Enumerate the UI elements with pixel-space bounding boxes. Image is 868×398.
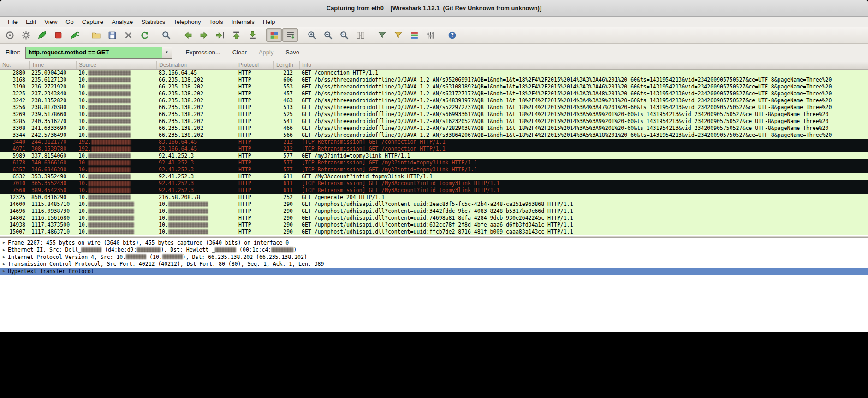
redacted-text <box>88 202 134 207</box>
filter-dropdown-button[interactable]: ▼ <box>162 47 172 58</box>
filter-apply-button[interactable]: Apply <box>256 47 277 58</box>
colorize-packet-list-button[interactable] <box>266 28 282 42</box>
cell-no: 4971 <box>0 146 30 152</box>
go-to-packet-icon <box>215 30 225 40</box>
redacted-text <box>88 181 131 186</box>
help-button[interactable]: ? <box>444 28 460 42</box>
column-header-no[interactable]: No. <box>0 61 30 69</box>
packet-row[interactable]: 146961116.093873010.10.HTTP290GET /upnph… <box>0 208 868 215</box>
stop-capture-button[interactable] <box>50 28 66 42</box>
filter-buttons: Expression...ClearApplySave <box>183 47 302 58</box>
cell-destination: 92.41.252.3 <box>157 166 236 173</box>
packet-row[interactable]: 146001115.848571010.10.HTTP290GET /upnph… <box>0 201 868 208</box>
packet-row[interactable]: 3168235.612713010.66.235.138.202HTTP606G… <box>0 76 868 83</box>
auto-scroll-button[interactable] <box>282 28 298 42</box>
capture-filters-button[interactable] <box>374 28 390 42</box>
column-header-time[interactable]: Time <box>30 61 77 69</box>
zoom-out-icon <box>323 30 333 40</box>
go-back-button[interactable] <box>180 28 196 42</box>
column-header-source[interactable]: Source <box>77 61 157 69</box>
find-icon <box>161 30 171 40</box>
packet-row[interactable]: 3440244.3121770192.83.166.64.45HTTP212[T… <box>0 139 868 146</box>
packet-row[interactable]: 149381117.437350010.10.HTTP290GET /upnph… <box>0 222 868 228</box>
menu-analyze[interactable]: Analyze <box>107 18 137 26</box>
menu-file[interactable]: File <box>4 18 22 26</box>
menu-internals[interactable]: Internals <box>227 18 259 26</box>
menu-view[interactable]: View <box>40 18 61 26</box>
go-to-top-button[interactable] <box>228 28 244 42</box>
packet-row[interactable]: 2880225.090434010.83.166.64.45HTTP212GET… <box>0 70 868 76</box>
packet-row[interactable]: 3225237.234384010.66.235.138.202HTTP457G… <box>0 90 868 97</box>
redacted-text <box>91 146 131 152</box>
detail-row[interactable]: ▶Internet Protocol Version 4, Src: 10. (… <box>0 253 868 261</box>
zoom-out-button[interactable] <box>320 28 336 42</box>
packet-row[interactable]: 6178340.696616010.92.41.252.3HTTP577[TCP… <box>0 159 868 166</box>
detail-row[interactable]: ▶Transmission Control Protocol, Src Port… <box>0 261 868 268</box>
packet-row[interactable]: 3308241.633369010.66.235.138.202HTTP466G… <box>0 125 868 132</box>
cell-destination: 92.41.252.3 <box>157 187 236 194</box>
menu-help[interactable]: Help <box>259 18 279 26</box>
column-header-length[interactable]: Length <box>274 61 300 69</box>
packet-row[interactable]: 3190236.272192010.66.235.138.202HTTP553G… <box>0 83 868 90</box>
packet-row[interactable]: 6357346.694639010.92.41.252.3HTTP577[TCP… <box>0 166 868 173</box>
packet-row[interactable]: 4971308.1539780192.83.166.64.45HTTP212[T… <box>0 146 868 152</box>
preferences-button[interactable] <box>422 28 438 42</box>
expander-icon[interactable]: ▶ <box>0 240 8 245</box>
cell-info: GET /upnphost/udhisapi.dll?content=uuid:… <box>300 201 868 208</box>
list-interfaces-button[interactable] <box>2 28 18 42</box>
packet-row[interactable]: 150071117.486371010.10.HTTP290GET /upnph… <box>0 228 868 235</box>
filter-input[interactable] <box>26 47 162 58</box>
cell-time: 1116.1561680 <box>30 215 77 222</box>
menu-go[interactable]: Go <box>61 18 77 26</box>
column-header-protocol[interactable]: Protocol <box>236 61 274 69</box>
go-to-bottom-button[interactable] <box>244 28 260 42</box>
go-forward-button[interactable] <box>196 28 212 42</box>
menu-tools[interactable]: Tools <box>205 18 227 26</box>
resize-columns-button[interactable] <box>352 28 368 42</box>
zoom-in-button[interactable] <box>304 28 320 42</box>
display-filters-button[interactable] <box>390 28 406 42</box>
packet-row[interactable]: 7010365.355243010.92.41.252.3HTTP611[TCP… <box>0 180 868 187</box>
restart-capture-button[interactable] <box>66 28 82 42</box>
packet-row[interactable]: 148021116.156168010.10.HTTP290GET /upnph… <box>0 215 868 222</box>
close-file-button[interactable] <box>120 28 136 42</box>
packet-row[interactable]: 3344242.573649010.66.235.138.202HTTP566G… <box>0 132 868 139</box>
packet-row[interactable]: 6532353.395249010.92.41.252.3HTTP611GET … <box>0 173 868 180</box>
capture-options-button[interactable] <box>18 28 34 42</box>
redacted-text <box>271 247 293 252</box>
packet-row[interactable]: 12325850.031629010.216.58.208.78HTTP252G… <box>0 194 868 201</box>
expander-icon[interactable]: ▶ <box>0 248 8 252</box>
go-to-packet-button[interactable] <box>212 28 228 42</box>
menu-telephony[interactable]: Telephony <box>169 18 205 26</box>
cell-source: 10. <box>77 215 157 222</box>
expander-icon[interactable]: ▶ <box>0 269 8 273</box>
reload-file-button[interactable] <box>137 28 152 42</box>
start-capture-button[interactable] <box>34 28 50 42</box>
column-header-destination[interactable]: Destination <box>157 61 236 69</box>
redacted-text <box>88 195 131 200</box>
filter-save-button[interactable]: Save <box>283 47 302 58</box>
packet-row[interactable]: 3285240.351627010.66.235.138.202HTTP541G… <box>0 118 868 125</box>
open-file-button[interactable] <box>88 28 104 42</box>
detail-row[interactable]: ▶Hypertext Transfer Protocol <box>0 268 868 275</box>
packet-row[interactable]: 5989337.815406010.92.41.252.3HTTP577GET … <box>0 152 868 159</box>
detail-row[interactable]: ▶Frame 2207: 455 bytes on wire (3640 bit… <box>0 239 868 246</box>
column-header-info[interactable]: Info <box>300 61 868 69</box>
zoom-normal-button[interactable]: 1:1 <box>336 28 352 42</box>
packet-row[interactable]: 3256238.817038010.66.235.138.202HTTP513G… <box>0 104 868 111</box>
packet-row[interactable]: 7568389.454235010.92.41.252.3HTTP611[TCP… <box>0 187 868 194</box>
packet-row[interactable]: 3242238.135282010.66.235.138.202HTTP463G… <box>0 97 868 104</box>
menu-edit[interactable]: Edit <box>22 18 40 26</box>
packet-row[interactable]: 3269239.517866010.66.235.138.202HTTP525G… <box>0 111 868 118</box>
detail-row[interactable]: ▶Ethernet II, Src: Dell_ (d4:be:d9:), Ds… <box>0 246 868 254</box>
save-file-button[interactable] <box>104 28 120 42</box>
menu-statistics[interactable]: Statistics <box>137 18 169 26</box>
expander-icon[interactable]: ▶ <box>0 255 8 259</box>
menu-capture[interactable]: Capture <box>78 18 107 26</box>
filter-expression-button[interactable]: Expression... <box>183 47 223 58</box>
expander-icon[interactable]: ▶ <box>0 262 8 266</box>
find-packet-button[interactable] <box>158 28 174 42</box>
coloring-rules-button[interactable] <box>406 28 422 42</box>
cell-time: 365.3552430 <box>30 180 77 187</box>
filter-clear-button[interactable]: Clear <box>230 47 250 58</box>
